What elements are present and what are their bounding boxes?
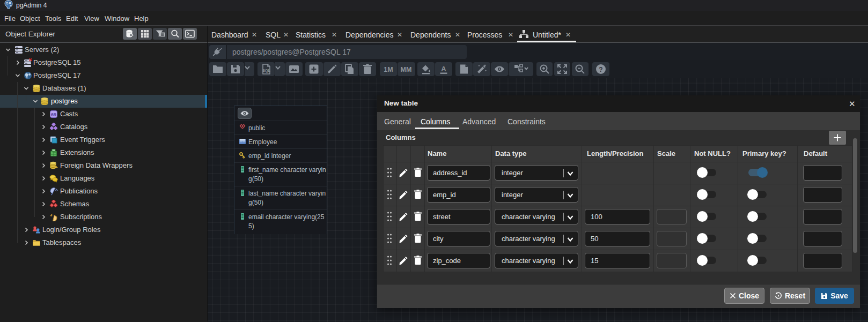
svg-text:A: A [441, 65, 446, 73]
svg-text:SQL: SQL [262, 69, 270, 73]
svg-text:69: 69 [51, 112, 56, 117]
svg-text:?: ? [599, 66, 602, 73]
svg-text:MM: MM [401, 66, 412, 73]
svg-text:1M: 1M [384, 66, 393, 73]
